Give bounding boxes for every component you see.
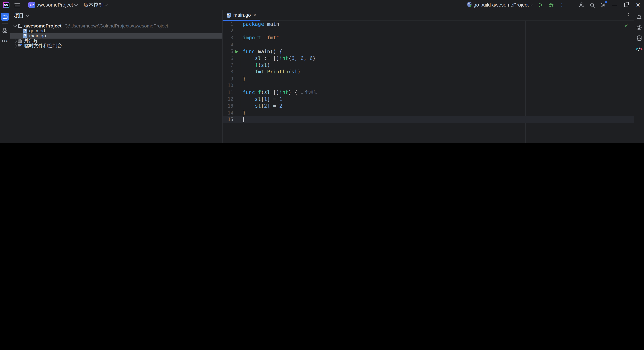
run-configuration-widget[interactable]: go build awesomeProject: [464, 1, 535, 9]
tab-label: main.go: [233, 12, 251, 18]
run-config-gopher-icon: [467, 2, 472, 8]
tree-item-main-go[interactable]: main.go: [10, 33, 222, 38]
more-actions-button[interactable]: ⋮: [556, 0, 567, 10]
search-everywhere-button[interactable]: [587, 0, 598, 10]
minimize-button[interactable]: —: [608, 0, 620, 10]
hamburger-icon[interactable]: [12, 0, 23, 10]
project-tree: awesomeProjectC:\Users\meowr\GolandProje…: [10, 23, 222, 48]
code-line-8[interactable]: 8 fmt.Println(sl): [222, 68, 634, 75]
settings-notification-dot: [605, 1, 607, 3]
code-line-4[interactable]: 4: [222, 41, 634, 48]
tab-options-icon[interactable]: ⋮: [623, 10, 634, 20]
project-widget-label: awesomeProject: [36, 2, 73, 8]
text-cursor: [243, 117, 244, 122]
tab-close-icon[interactable]: ✕: [253, 12, 257, 18]
code-line-14[interactable]: 14}: [222, 109, 634, 116]
structure-icon[interactable]: [1, 26, 9, 34]
library-icon: [17, 39, 23, 43]
goland-window: GO AP awesomeProject 版本控制 go build aweso…: [0, 0, 644, 143]
chevron-down-icon: [74, 2, 78, 6]
add-user-button[interactable]: [576, 0, 587, 10]
tab-main-go[interactable]: main.go ✕: [222, 10, 260, 20]
project-folder-icon[interactable]: [1, 13, 9, 21]
editor-tab-bar: main.go ✕ ⋮: [222, 10, 634, 20]
project-panel-title[interactable]: 项目: [14, 12, 24, 19]
goland-logo-icon[interactable]: GO: [3, 2, 10, 8]
maximize-button[interactable]: [620, 0, 632, 10]
editor-body[interactable]: 1package main23import "fmt"45func main()…: [222, 20, 634, 143]
code-line-11[interactable]: 11func f(sl []int) {1 个用法: [222, 89, 634, 96]
code-line-3[interactable]: 3import "fmt": [222, 34, 634, 41]
code-line-13[interactable]: 13 sl[2] = 2: [222, 103, 634, 110]
tree-item---------[interactable]: 临时文件和控制台: [10, 43, 222, 48]
close-button[interactable]: ✕: [632, 0, 644, 10]
code-line-2[interactable]: 2: [222, 28, 634, 35]
run-line-icon[interactable]: [235, 50, 238, 53]
chevron-down-icon: [26, 13, 29, 17]
notifications-bell-icon[interactable]: [635, 13, 643, 21]
go-file-icon: [226, 12, 231, 18]
code-line-5[interactable]: 5func main() {: [222, 48, 634, 55]
ai-assistant-icon[interactable]: [635, 23, 643, 32]
code-line-1[interactable]: 1package main: [222, 21, 634, 28]
code-tags-icon[interactable]: </>: [635, 45, 643, 53]
scratch-icon: [17, 43, 23, 48]
folder-icon: [17, 24, 23, 28]
vcs-widget-label: 版本控制: [84, 1, 104, 8]
debug-button[interactable]: [546, 0, 556, 10]
title-bar: GO AP awesomeProject 版本控制 go build aweso…: [0, 0, 644, 10]
project-avatar: AP: [28, 2, 35, 8]
more-tool-windows-icon[interactable]: •••: [1, 37, 9, 45]
right-tool-strip: </>: [634, 10, 644, 143]
editor-area: main.go ✕ ⋮ 1package main23import "fmt"4…: [222, 10, 634, 143]
run-button[interactable]: [535, 0, 546, 10]
tree-item----[interactable]: 外部库: [10, 38, 222, 43]
code-line-6[interactable]: 6 sl := []int{6, 6, 6}: [222, 55, 634, 62]
project-widget[interactable]: AP awesomeProject: [26, 1, 80, 9]
code-line-12[interactable]: 12 sl[1] = 1: [222, 96, 634, 103]
vcs-widget[interactable]: 版本控制: [81, 1, 110, 9]
tree-item-awesomeProject[interactable]: awesomeProjectC:\Users\meowr\GolandProje…: [10, 23, 222, 28]
project-tool-window: 项目 awesomeProjectC:\Users\meowr\GolandPr…: [10, 10, 222, 143]
inspections-ok-icon[interactable]: ✓: [624, 22, 629, 28]
left-tool-strip: •••: [0, 10, 10, 143]
settings-button[interactable]: [598, 0, 608, 10]
tree-item-go-mod[interactable]: go.mod: [10, 28, 222, 33]
code-line-9[interactable]: 9}: [222, 75, 634, 82]
database-icon[interactable]: [635, 34, 643, 42]
run-config-label: go build awesomeProject: [474, 2, 528, 8]
code-line-15[interactable]: 15: [222, 116, 634, 123]
chevron-down-icon: [104, 2, 108, 6]
chevron-down-icon: [530, 2, 533, 6]
gopher-icon: [22, 28, 28, 33]
code-line-10[interactable]: 10: [222, 82, 634, 89]
code-line-7[interactable]: 7 f(sl): [222, 62, 634, 69]
